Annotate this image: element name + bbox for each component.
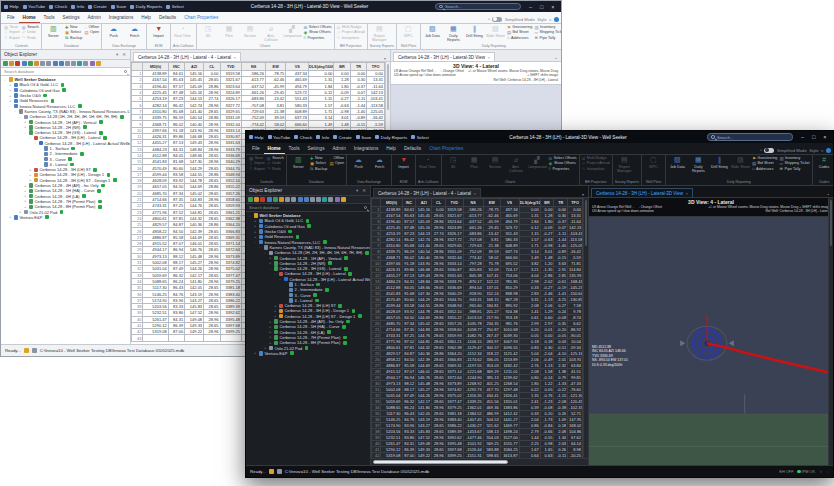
properties-button[interactable]: ≡Properties [549, 167, 577, 172]
grid-cell[interactable]: 3327.72 [445, 237, 463, 243]
codes-button[interactable]: #Codes [815, 156, 833, 169]
ribbon-tab-defaults[interactable]: Defaults [400, 145, 425, 154]
grid-cell[interactable]: -1268.92 [463, 381, 483, 387]
grid-cell[interactable]: -103.41 [568, 231, 583, 237]
backup-button[interactable]: ⇆Backup [65, 36, 83, 41]
delete-icon[interactable] [260, 197, 265, 202]
tree-expander-icon[interactable]: + [253, 219, 257, 223]
grid-cell[interactable]: 1211.01 [500, 369, 519, 375]
grid-cell[interactable]: 217.90 [483, 315, 500, 321]
grid-cell[interactable]: -145.23 [568, 285, 583, 291]
tree-expander-icon[interactable]: - [263, 251, 267, 255]
quick-access-create-button[interactable]: Create [88, 4, 107, 9]
grid-cell[interactable]: -1526.44 [463, 447, 483, 453]
grid-cell[interactable] [143, 335, 168, 341]
daily-reports-button[interactable]: ▦Daily Reports [689, 156, 708, 173]
grid-cell[interactable]: 28.96 [432, 327, 446, 333]
maximize-button[interactable]: □ [536, 2, 546, 12]
grid-cell[interactable]: 583.88 [483, 447, 500, 453]
drill-string-button[interactable]: ∥Drill String [465, 25, 484, 38]
grid-cell[interactable]: 1383.86 [500, 405, 519, 411]
tree-expander-icon[interactable]: - [268, 267, 272, 271]
grid-cell[interactable]: 451.56 [483, 399, 500, 405]
grid-cell[interactable]: -1407.45 [463, 417, 483, 423]
tree-expander-icon[interactable]: + [253, 235, 257, 239]
grid-cell[interactable]: 3348.94 [445, 303, 463, 309]
grid-cell[interactable]: 3361.21 [445, 339, 463, 345]
backup-button[interactable]: ⇆Backup [310, 167, 328, 172]
grid-cell[interactable]: -1430.27 [463, 423, 483, 429]
grid-cell[interactable]: 145.16 [416, 207, 432, 213]
grid-cell[interactable]: 28.65 [432, 411, 446, 417]
grid-cell[interactable]: 434.41 [483, 393, 500, 399]
ribbon-tab-tools[interactable]: Tools [285, 145, 304, 154]
grid-cell[interactable]: 135.93 [568, 273, 583, 279]
legend-icon[interactable] [341, 197, 346, 202]
tab-survey-lateral[interactable]: Cerberus 14-28 - 3H (LH) - Lateral - 4 -… [373, 188, 481, 197]
grid-cell[interactable]: 168.15 [483, 297, 500, 303]
ribbon-tab-home[interactable]: Home [19, 14, 40, 23]
close-tab-icon[interactable]: × [234, 55, 236, 60]
grid-cell[interactable]: 168.02 [568, 423, 583, 429]
grid-cell[interactable]: 3389.39 [445, 429, 463, 435]
view3d-viewport[interactable]: MD 4512.88INC 84.05 AZI 148.66TVD 3336.6… [589, 217, 828, 465]
grid-cell[interactable]: 86.43 [402, 411, 416, 417]
grid-cell[interactable]: 144.69 [416, 315, 432, 321]
grid-cell[interactable]: 318.22 [483, 351, 500, 357]
pin-icon[interactable]: ▾ [355, 188, 359, 193]
refresh-icon[interactable] [267, 197, 272, 202]
tree-expander-icon[interactable]: - [18, 115, 22, 119]
slide-sheet-button[interactable]: ▨Slide Sheet [486, 25, 505, 38]
quick-access-save-button[interactable]: Save [356, 135, 372, 140]
tree-expander-icon[interactable]: + [23, 125, 27, 129]
quick-access-check-button[interactable]: Check [294, 135, 312, 140]
grid-cell[interactable]: 28.86 [432, 219, 446, 225]
daily-reports-button[interactable]: ▦Daily Reports [444, 25, 463, 42]
grid-cell[interactable]: 3392.62 [445, 435, 463, 441]
grid-cell[interactable]: 28.65 [432, 339, 446, 345]
gear-icon[interactable]: ☼ [819, 469, 823, 474]
tree-expander-icon[interactable]: + [23, 189, 27, 193]
grid-cell[interactable]: 3372.64 [445, 375, 463, 381]
grid-cell[interactable]: 143.27 [416, 423, 432, 429]
tree-expander-icon[interactable]: + [23, 120, 27, 124]
grid-cell[interactable]: -113.58 [568, 237, 583, 243]
scrollbar-thumb[interactable] [830, 200, 832, 246]
close-button[interactable]: × [548, 2, 558, 12]
status-sync-icon[interactable] [277, 469, 282, 474]
grid-cell[interactable]: 3332.44 [445, 255, 463, 261]
grid-cell[interactable]: 86.02 [402, 255, 416, 261]
grid-cell[interactable]: 250.87 [483, 327, 500, 333]
tab-list-caret-icon[interactable]: ▾ [580, 192, 586, 197]
grid-cell[interactable]: 84.50 [402, 357, 416, 363]
grid-cell[interactable]: 1498.24 [500, 429, 519, 435]
ribbon-tab-home[interactable]: Home [264, 145, 285, 154]
plan-button[interactable]: ▦Plan [465, 156, 484, 169]
grid-cell[interactable]: 3331.63 [445, 273, 463, 279]
grid-cell[interactable]: 83.86 [402, 435, 416, 441]
grid-cell[interactable]: -102.33 [568, 405, 583, 411]
grid-cell[interactable]: 1239.62 [500, 375, 519, 381]
grid-cell[interactable]: 147.52 [416, 435, 432, 441]
grid-cell[interactable]: 3321.67 [445, 213, 463, 219]
grid-cell[interactable]: -1174.62 [463, 357, 483, 363]
grid-cell[interactable]: 146.01 [416, 369, 432, 375]
server-button[interactable]: ▥Server [289, 156, 308, 169]
3d-button[interactable]: ◳3D [199, 25, 218, 38]
grid-cell[interactable]: 3336.69 [445, 285, 463, 291]
grid-cell[interactable]: 1412.42 [500, 411, 519, 417]
column-header-tfo[interactable]: TFO [568, 199, 583, 207]
export-button[interactable]: ⇧Export [249, 167, 265, 172]
collapse-ribbon-icon[interactable]: ^ [488, 17, 490, 22]
real-time-button[interactable]: ◔Real Time [418, 156, 437, 169]
tree-expander-icon[interactable]: + [268, 330, 272, 334]
grid-cell[interactable]: 3333.14 [445, 261, 463, 267]
ribbon-tab-defaults[interactable]: Defaults [155, 14, 180, 23]
tree-expander-icon[interactable]: - [248, 214, 252, 218]
move-up-icon[interactable] [53, 61, 58, 66]
tree-expander-icon[interactable]: + [28, 168, 32, 172]
grid-cell[interactable]: 28.96 [432, 291, 446, 297]
interpolate-button[interactable]: ∿Interpolate [582, 167, 610, 172]
fetch-button[interactable]: ☁Fetch [370, 156, 389, 169]
grid-cell[interactable] [220, 335, 242, 341]
